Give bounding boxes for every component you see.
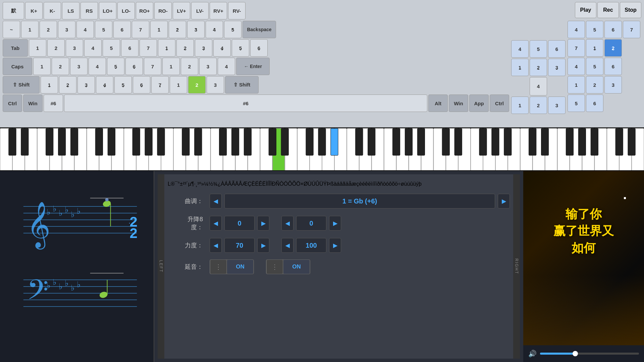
key-left-arrow[interactable]: ◀ <box>210 194 222 208</box>
rs-key[interactable]: RS <box>80 2 98 19</box>
volume-slider[interactable] <box>540 353 639 355</box>
ro-plus-key[interactable]: RO+ <box>136 2 153 19</box>
app-key[interactable]: App <box>469 95 489 112</box>
rec-button[interactable]: Rec <box>597 2 619 18</box>
row4-1[interactable]: 1· <box>41 76 58 94</box>
row1-3[interactable]: 3 <box>58 21 75 38</box>
row4-7[interactable]: 7· <box>151 76 169 94</box>
velocity-left-arrow-r[interactable]: ▶ <box>257 238 269 253</box>
rv-plus-key[interactable]: RV+ <box>210 2 227 19</box>
rb1-r2-2[interactable]: 2· <box>530 59 547 76</box>
alt-key[interactable]: Alt <box>428 95 448 112</box>
rb1-r3-4[interactable]: 4 <box>530 77 547 96</box>
row1-3dot[interactable]: 3· <box>187 21 205 38</box>
row4-10[interactable]: 3 <box>207 76 224 94</box>
shift-right-key[interactable]: ⇧ Shift <box>225 76 259 94</box>
lo-minus-key[interactable]: LO- <box>117 2 135 19</box>
row2-3[interactable]: 3 <box>66 39 83 57</box>
rb2-r2-7[interactable]: 7 <box>568 39 585 57</box>
sustain-left-toggle[interactable]: ⋮ <box>210 259 227 274</box>
lv-plus-key[interactable]: LV+ <box>173 2 190 19</box>
tab-key[interactable]: Tab <box>3 39 28 57</box>
rb1-r4-2[interactable]: 2 <box>530 97 547 114</box>
rb1-r2-1[interactable]: 1· <box>511 59 529 76</box>
win-left-key[interactable]: Win <box>23 95 43 112</box>
lo-plus-key[interactable]: LO+ <box>99 2 116 19</box>
rb1-r1-5[interactable]: 5 <box>530 40 547 58</box>
row3-11[interactable]: 4 <box>218 58 235 75</box>
shift-left-key[interactable]: ⇧ Shift <box>3 76 40 94</box>
row2-2[interactable]: 2 <box>47 39 65 57</box>
row3-9[interactable]: 2 <box>181 58 198 75</box>
rb2-r3-4[interactable]: 4 <box>568 58 585 75</box>
row3-1[interactable]: 1 <box>33 58 51 75</box>
row4-3[interactable]: 3· <box>77 76 95 94</box>
volume-handle[interactable] <box>573 351 578 356</box>
row2-3under[interactable]: 3· <box>195 39 212 57</box>
row2-1under[interactable]: 1· <box>158 39 175 57</box>
enter-key[interactable]: ← Enter <box>236 58 270 75</box>
sustain-right-toggle[interactable]: ⋮ <box>266 259 283 274</box>
row1-7[interactable]: 7 <box>132 21 149 38</box>
stop-button[interactable]: Stop <box>620 2 641 18</box>
ctrl-left-key[interactable]: Ctrl <box>3 95 22 112</box>
tilde-key[interactable]: ~ <box>3 21 20 38</box>
row2-2under[interactable]: 2· <box>176 39 194 57</box>
rv-minus-key[interactable]: RV- <box>228 2 246 19</box>
row2-1[interactable]: 1 <box>29 39 46 57</box>
rb2-r1-5[interactable]: 5 <box>586 21 603 38</box>
rb2-r1-6[interactable]: 6 <box>604 21 622 38</box>
row4-4[interactable]: 4· <box>96 76 113 94</box>
row2-7[interactable]: 7 <box>140 39 157 57</box>
row4-6[interactable]: 6· <box>133 76 150 94</box>
octave-left-arrow-l[interactable]: ◀ <box>210 216 222 231</box>
row1-1dot[interactable]: 1· <box>150 21 168 38</box>
caps-key[interactable]: Caps <box>3 58 32 75</box>
ls-key[interactable]: LS <box>62 2 79 19</box>
velocity-right-arrow-r[interactable]: ▶ <box>329 238 341 253</box>
ro-minus-key[interactable]: RO- <box>154 2 172 19</box>
rb2-r5-5[interactable]: 5 <box>568 95 585 112</box>
octave-right-arrow-r[interactable]: ▶ <box>329 216 341 231</box>
win-right-key[interactable]: Win <box>449 95 468 112</box>
rb2-r3-5[interactable]: 5 <box>586 58 603 75</box>
rb2-r1-7[interactable]: 7 <box>623 21 640 38</box>
row2-5[interactable]: 5 <box>103 39 120 57</box>
row1-4[interactable]: 4 <box>76 21 94 38</box>
play-button[interactable]: Play <box>575 2 596 18</box>
row4-5[interactable]: 5· <box>114 76 132 94</box>
rb2-r1-4[interactable]: 4 <box>568 21 585 38</box>
row2-5under[interactable]: 5· <box>232 39 249 57</box>
hash6-key[interactable]: #6 <box>44 95 63 112</box>
row2-4[interactable]: 4 <box>84 39 102 57</box>
rb2-r4-2[interactable]: 2 <box>586 76 603 94</box>
row3-6[interactable]: 6· <box>125 58 143 75</box>
row2-6[interactable]: 6 <box>121 39 139 57</box>
row3-8[interactable]: 1 <box>162 58 180 75</box>
row1-2[interactable]: 2 <box>40 21 57 38</box>
rb1-r1-4[interactable]: 4 <box>511 40 529 58</box>
ctrl-right-key[interactable]: Ctrl <box>490 95 509 112</box>
row3-3[interactable]: 3 <box>70 58 88 75</box>
k-plus-key[interactable]: K+ <box>25 2 43 19</box>
octave-right-arrow-l[interactable]: ◀ <box>281 216 293 231</box>
row4-2-active[interactable]: 2 <box>188 76 206 94</box>
octave-left-arrow-r[interactable]: ▶ <box>257 216 269 231</box>
row2-4under[interactable]: 4· <box>213 39 231 57</box>
rb1-r4-1[interactable]: 1 <box>511 97 529 114</box>
lv-minus-key[interactable]: LV- <box>191 2 209 19</box>
row3-5[interactable]: 5· <box>107 58 124 75</box>
k-minus-key[interactable]: K- <box>44 2 61 19</box>
rb2-r2-2d[interactable]: 2· <box>604 39 622 57</box>
row1-5dot[interactable]: 5· <box>224 21 241 38</box>
row1-6[interactable]: 6 <box>113 21 131 38</box>
key-right-arrow[interactable]: ▶ <box>498 194 510 208</box>
rb2-r5-6[interactable]: 6 <box>586 95 603 112</box>
space-key[interactable]: #6 <box>64 95 427 112</box>
rb1-r1-6[interactable]: 6 <box>548 40 566 58</box>
rb1-r4-3[interactable]: 3 <box>548 97 566 114</box>
velocity-right-arrow-l[interactable]: ◀ <box>281 238 293 253</box>
row1-5[interactable]: 5 <box>95 21 112 38</box>
row4-8[interactable]: 1 <box>170 76 187 94</box>
row1-1[interactable]: 1 <box>21 21 39 38</box>
